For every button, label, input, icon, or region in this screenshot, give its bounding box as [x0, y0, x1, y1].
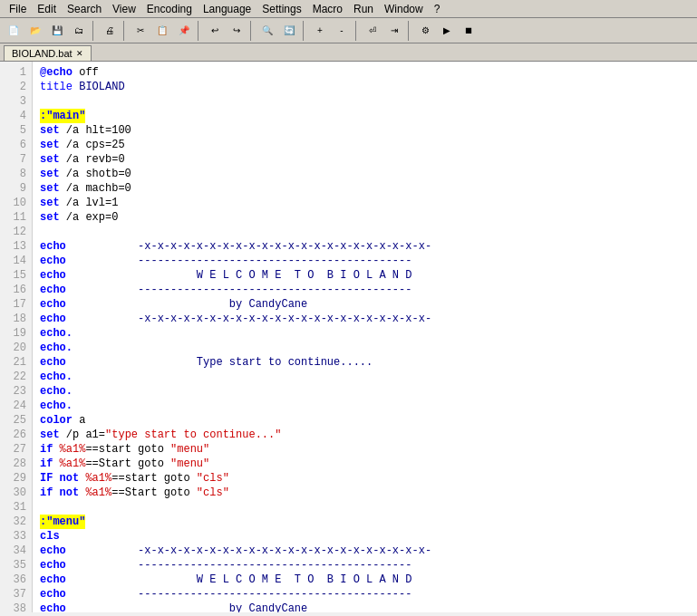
code-line: if not %a1%==Start goto "cls": [40, 486, 690, 500]
code-token: -x-x-x-x-x-x-x-x-x-x-x-x-x-x-x-x-x-x-x-x…: [66, 312, 431, 326]
menu-encoding[interactable]: Encoding: [141, 2, 198, 16]
code-token: echo: [40, 587, 66, 602]
line-number: 38: [5, 602, 26, 612]
tab-close-button[interactable]: ✕: [76, 49, 83, 58]
code-token: [79, 471, 85, 486]
menu-edit[interactable]: Edit: [32, 2, 62, 16]
code-area[interactable]: @echo offtitle BIOLAND :"main"set /a hlt…: [33, 62, 697, 612]
menu-language[interactable]: Language: [198, 2, 257, 16]
code-line: echo.: [40, 326, 690, 341]
paste-button[interactable]: 📌: [174, 21, 194, 41]
menu-settings[interactable]: Settings: [257, 2, 306, 16]
sep2: [123, 21, 127, 41]
code-line: cls: [40, 529, 690, 544]
zoom-out-button[interactable]: -: [332, 21, 352, 41]
code-token: echo: [40, 312, 66, 326]
line-number: 10: [5, 196, 26, 210]
redo-button[interactable]: ↪: [227, 21, 247, 41]
menu-view[interactable]: View: [107, 2, 141, 16]
macro-button[interactable]: ⚙: [415, 21, 435, 41]
editor: 1234567891011121314151617181920212223242…: [0, 62, 697, 612]
print-button[interactable]: 🖨: [100, 21, 120, 41]
tab-label: BIOLAND.bat: [12, 48, 73, 59]
code-line: [40, 500, 690, 515]
line-number: 5: [5, 123, 26, 138]
code-token: :"menu": [40, 515, 85, 529]
code-token: "menu": [170, 457, 209, 471]
undo-button[interactable]: ↩: [205, 21, 225, 41]
code-line: echo -----------------------------------…: [40, 587, 690, 602]
save-button[interactable]: 💾: [47, 21, 67, 41]
line-number: 14: [5, 254, 26, 268]
code-line: echo -x-x-x-x-x-x-x-x-x-x-x-x-x-x-x-x-x-…: [40, 544, 690, 558]
code-token: /a revb=0: [60, 152, 125, 167]
code-line: echo by CandyCane: [40, 602, 690, 612]
code-token: echo: [40, 239, 66, 254]
code-line: echo -x-x-x-x-x-x-x-x-x-x-x-x-x-x-x-x-x-…: [40, 239, 690, 254]
sep6: [355, 21, 359, 41]
line-number: 8: [5, 167, 26, 181]
code-line: set /a cps=25: [40, 138, 690, 152]
code-token: by CandyCane: [66, 602, 307, 612]
code-token: set: [40, 152, 60, 167]
code-token: a: [73, 413, 85, 428]
code-token: ----------------------------------------…: [66, 587, 412, 602]
line-number: 3: [5, 94, 26, 109]
line-number: 18: [5, 312, 26, 326]
line-number: 35: [5, 558, 26, 573]
code-token: by CandyCane: [66, 297, 307, 312]
code-token: IF not: [40, 471, 79, 486]
copy-button[interactable]: 📋: [152, 21, 172, 41]
code-token: BIOLAND: [73, 80, 125, 94]
code-line: echo -----------------------------------…: [40, 283, 690, 297]
menu-file[interactable]: File: [4, 2, 32, 16]
code-line: echo by CandyCane: [40, 297, 690, 312]
run-button[interactable]: ▶: [437, 21, 457, 41]
code-token: echo.: [40, 341, 73, 355]
line-number: 19: [5, 326, 26, 341]
code-token: /a shotb=0: [60, 167, 131, 181]
code-line: @echo off: [40, 65, 690, 80]
code-line: echo W E L C O M E T O B I O L A N D: [40, 268, 690, 283]
line-number: 28: [5, 457, 26, 471]
menubar: File Edit Search View Encoding Language …: [0, 0, 697, 18]
menu-window[interactable]: Window: [379, 2, 429, 16]
new-file-button[interactable]: 📄: [4, 21, 24, 41]
code-token: %a1%: [85, 471, 111, 486]
code-token: title: [40, 80, 73, 94]
code-line: echo -x-x-x-x-x-x-x-x-x-x-x-x-x-x-x-x-x-…: [40, 312, 690, 326]
code-token: echo: [40, 355, 66, 370]
code-token: /a lvl=1: [60, 196, 119, 210]
tab-bioland[interactable]: BIOLAND.bat ✕: [4, 45, 92, 61]
line-number: 32: [5, 515, 26, 529]
indent-button[interactable]: ⇥: [384, 21, 404, 41]
code-line: echo.: [40, 341, 690, 355]
menu-macro[interactable]: Macro: [307, 2, 348, 16]
code-token: "type start to continue...": [105, 428, 281, 442]
code-token: cls: [40, 529, 60, 544]
save-all-button[interactable]: 🗂: [69, 21, 89, 41]
code-token: set: [40, 138, 60, 152]
line-number: 27: [5, 442, 26, 457]
open-file-button[interactable]: 📂: [25, 21, 45, 41]
zoom-in-button[interactable]: +: [310, 21, 330, 41]
line-number: 21: [5, 355, 26, 370]
code-token: color: [40, 413, 73, 428]
stop-button[interactable]: ⏹: [459, 21, 479, 41]
menu-search[interactable]: Search: [62, 2, 107, 16]
replace-button[interactable]: 🔄: [279, 21, 299, 41]
code-token: /a exp=0: [60, 210, 119, 225]
code-token: %a1%: [60, 442, 86, 457]
line-number: 16: [5, 283, 26, 297]
find-button[interactable]: 🔍: [257, 21, 277, 41]
wordwrap-button[interactable]: ⏎: [363, 21, 382, 41]
menu-help[interactable]: ?: [429, 2, 446, 16]
code-token: if: [40, 442, 53, 457]
line-number: 13: [5, 239, 26, 254]
code-line: set /a hlt=100: [40, 123, 690, 138]
code-token: off: [73, 65, 99, 80]
toolbar: 📄 📂 💾 🗂 🖨 ✂ 📋 📌 ↩ ↪ 🔍 🔄 + - ⏎ ⇥ ⚙ ▶ ⏹: [0, 18, 697, 43]
code-line: echo -----------------------------------…: [40, 558, 690, 573]
menu-run[interactable]: Run: [348, 2, 379, 16]
cut-button[interactable]: ✂: [131, 21, 150, 41]
